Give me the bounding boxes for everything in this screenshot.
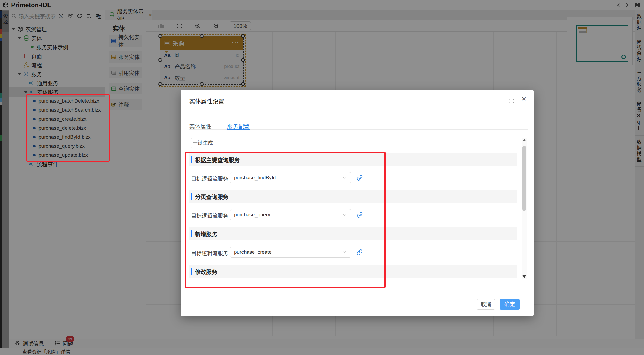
annotation-box-file-list xyxy=(26,94,110,162)
scroll-down-icon[interactable] xyxy=(522,275,526,278)
dialog-title: 实体属性设置 xyxy=(189,97,224,105)
scroll-up-icon[interactable] xyxy=(522,139,526,141)
active-tab-underline xyxy=(227,129,250,130)
maximize-dialog-icon[interactable] xyxy=(509,98,515,104)
confirm-button[interactable]: 确定 xyxy=(500,299,520,310)
annotation-box-service-config xyxy=(185,152,386,288)
scrollbar-thumb[interactable] xyxy=(522,146,526,211)
one-click-generate-button[interactable]: 一键生成 xyxy=(191,138,214,148)
tab-entity-properties[interactable]: 实体属性 xyxy=(189,122,211,130)
primeton-ide-window: Primeton-IDE 资源 输入关键字搜索 AI xyxy=(0,0,644,355)
dialog-scrollbar[interactable] xyxy=(522,138,527,279)
close-dialog-icon[interactable]: × xyxy=(521,94,526,103)
cancel-button[interactable]: 取消 xyxy=(477,299,495,310)
